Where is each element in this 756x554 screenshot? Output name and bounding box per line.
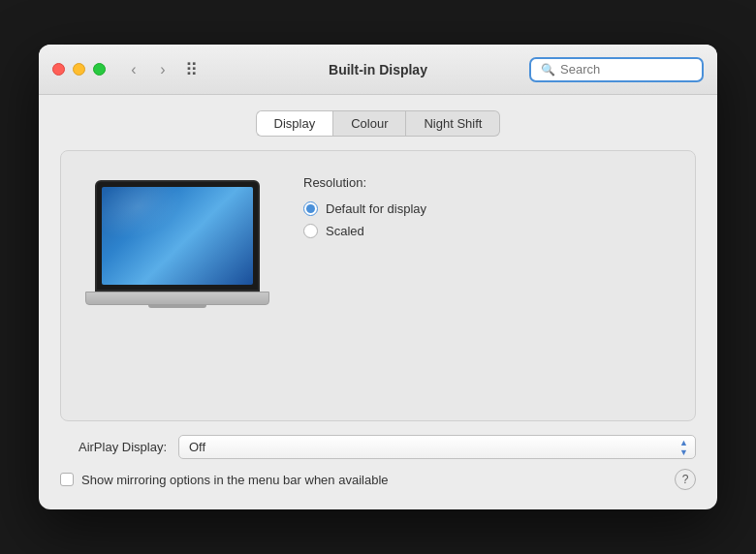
laptop-base [85,292,269,305]
tab-night-shift[interactable]: Night Shift [406,110,500,137]
nav-buttons: ‹ › [121,59,175,80]
traffic-lights [52,63,106,76]
search-box[interactable]: 🔍 [529,57,704,82]
grid-icon[interactable]: ⠿ [185,59,198,80]
laptop-screen-outer [95,180,260,292]
checkbox-row: Show mirroring options in the menu bar w… [60,469,696,490]
resolution-label: Resolution: [303,175,676,190]
titlebar: ‹ › ⠿ Built-in Display 🔍 [39,45,717,95]
search-icon: 🔍 [541,63,555,77]
search-input[interactable] [560,62,692,77]
minimize-button[interactable] [73,63,85,76]
radio-scaled[interactable]: Scaled [303,224,676,238]
laptop [85,180,269,305]
radio-default-input[interactable] [303,201,318,216]
content-area: Display Colour Night Shift Resolution: [39,95,717,509]
airplay-label: AirPlay Display: [60,440,167,454]
laptop-screen-inner [102,187,253,285]
tab-colour[interactable]: Colour [332,110,406,137]
resolution-options: Resolution: Default for display Scaled [303,170,676,238]
radio-default-label: Default for display [326,201,426,216]
back-button[interactable]: ‹ [121,59,146,80]
window-title: Built-in Display [329,62,427,77]
close-button[interactable] [52,63,65,76]
help-button[interactable]: ? [675,469,696,490]
main-window: ‹ › ⠿ Built-in Display 🔍 Display Colour … [39,45,717,509]
radio-group: Default for display Scaled [303,201,676,238]
tab-display[interactable]: Display [256,110,333,137]
mirroring-checkbox-label: Show mirroring options in the menu bar w… [81,473,389,487]
forward-button[interactable]: › [150,59,175,80]
airplay-select-wrap: Off On ▲ ▼ [178,435,696,459]
laptop-illustration [80,180,274,305]
airplay-row: AirPlay Display: Off On ▲ ▼ [60,435,696,459]
mirroring-checkbox[interactable] [60,473,74,486]
bottom-section: AirPlay Display: Off On ▲ ▼ Show mirrori… [60,435,696,490]
display-panel: Resolution: Default for display Scaled [60,150,696,421]
radio-scaled-label: Scaled [326,224,364,238]
radio-default[interactable]: Default for display [303,201,676,216]
airplay-select[interactable]: Off On [178,435,696,459]
radio-scaled-input[interactable] [303,224,318,238]
tab-bar: Display Colour Night Shift [60,110,696,137]
maximize-button[interactable] [93,63,106,76]
